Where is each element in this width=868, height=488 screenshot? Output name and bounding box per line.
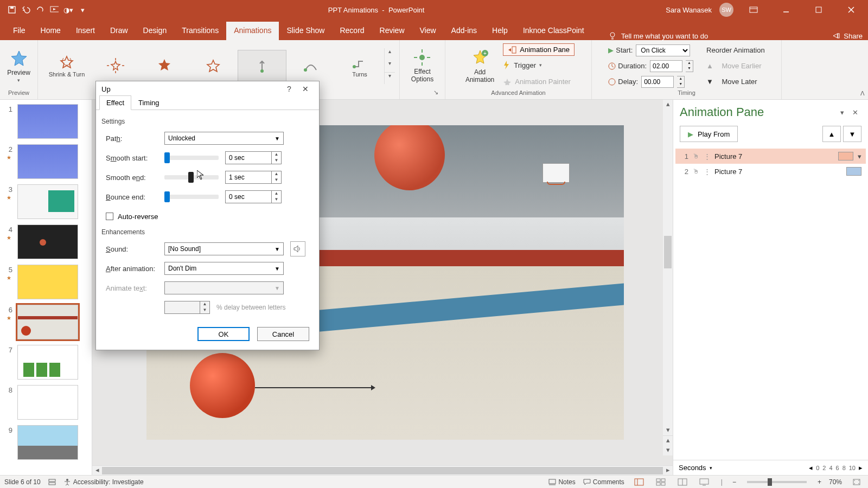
comments-button[interactable]: Comments: [583, 478, 624, 486]
fit-window-icon[interactable]: [850, 477, 864, 487]
tab-file[interactable]: File: [5, 22, 33, 40]
bounce-end-slider[interactable]: [164, 195, 219, 199]
prev-slide-icon[interactable]: ▴: [663, 436, 673, 446]
dialog-close-icon[interactable]: ✕: [297, 85, 314, 93]
timeline-right-icon[interactable]: ▸: [859, 464, 863, 472]
spinner-down-icon[interactable]: ▼: [272, 197, 281, 203]
touch-mouse-icon[interactable]: ◑▾: [64, 5, 73, 14]
animation-gallery-item[interactable]: Shrink & Turn: [42, 50, 91, 82]
animation-group-launcher[interactable]: ↘: [433, 89, 441, 97]
animation-list-item[interactable]: 2 🖱 ⋮ Picture 7: [675, 164, 866, 179]
slide-thumbnail[interactable]: [17, 385, 78, 420]
slide-thumbnail-active[interactable]: [17, 305, 78, 339]
pane-options-icon[interactable]: ▾: [835, 106, 848, 119]
scroll-right-icon[interactable]: ▸: [663, 466, 673, 475]
start-select[interactable]: On Click: [636, 44, 690, 56]
add-animation-button[interactable]: + Add Animation: [462, 47, 497, 86]
slideshow-view-icon[interactable]: [697, 477, 711, 487]
slide-thumbnail[interactable]: [17, 425, 78, 460]
smooth-start-spinner[interactable]: 0 sec▲▼: [225, 151, 282, 164]
scroll-down-icon[interactable]: ▾: [663, 426, 673, 435]
tab-view[interactable]: View: [412, 22, 444, 40]
spinner-down-icon[interactable]: ▼: [272, 158, 281, 164]
pane-close-icon[interactable]: ✕: [848, 106, 861, 119]
reading-view-icon[interactable]: [675, 477, 690, 487]
minimize-icon[interactable]: [774, 2, 799, 17]
vertical-scrollbar[interactable]: ▴ ▾ ▴▾: [663, 100, 673, 455]
tab-animations[interactable]: Animations: [226, 22, 279, 40]
seconds-label[interactable]: Seconds: [679, 464, 706, 472]
redo-icon[interactable]: [36, 5, 44, 14]
animation-pane-toggle[interactable]: Animation Pane: [503, 43, 575, 56]
from-beginning-icon[interactable]: [50, 5, 59, 14]
animation-gallery-item[interactable]: [189, 50, 238, 82]
animation-gallery-item[interactable]: Turns: [335, 50, 384, 82]
tab-transitions[interactable]: Transitions: [174, 22, 226, 40]
tab-slideshow[interactable]: Slide Show: [279, 22, 332, 40]
bounce-end-spinner[interactable]: 0 sec▲▼: [225, 190, 282, 203]
dialog-help-icon[interactable]: ?: [281, 85, 297, 93]
close-icon[interactable]: [839, 2, 864, 17]
collapse-ribbon-icon[interactable]: ᐱ: [860, 90, 865, 97]
scroll-up-icon[interactable]: ▴: [663, 100, 673, 110]
gallery-scroll[interactable]: ▴▾▾: [384, 48, 395, 84]
spinner-up-icon[interactable]: ▲: [272, 191, 281, 197]
accessibility-status[interactable]: Accessibility: Investigate: [63, 478, 144, 486]
slide-thumbnail[interactable]: [17, 345, 78, 380]
slide-thumbnail[interactable]: [17, 144, 78, 179]
slide-thumbnail[interactable]: [17, 265, 78, 299]
tab-design[interactable]: Design: [136, 22, 175, 40]
animation-gallery-item[interactable]: [91, 50, 140, 82]
tab-help[interactable]: Help: [484, 22, 515, 40]
slide-thumbnail[interactable]: [17, 184, 78, 219]
motion-path-handle[interactable]: [255, 387, 374, 388]
avatar[interactable]: SW: [719, 3, 733, 17]
spinner-down-icon[interactable]: ▼: [677, 82, 684, 87]
sound-dropdown[interactable]: [No Sound]▼: [164, 242, 284, 255]
notes-button[interactable]: Notes: [548, 478, 575, 486]
trigger-button[interactable]: Trigger ▾: [503, 58, 575, 72]
move-later-button[interactable]: ▼ Move Later: [706, 75, 765, 89]
duration-input[interactable]: [650, 60, 682, 72]
zoom-slider[interactable]: [747, 481, 807, 483]
path-dropdown[interactable]: Unlocked▼: [164, 132, 284, 145]
maximize-icon[interactable]: [806, 2, 831, 17]
animation-list-item-selected[interactable]: 1 🖱 ⋮ Picture 7 ▾: [675, 149, 866, 164]
timeline-left-icon[interactable]: ◂: [809, 464, 813, 472]
tab-home[interactable]: Home: [33, 22, 68, 40]
tab-insert[interactable]: Insert: [68, 22, 103, 40]
user-name[interactable]: Sara Wanasek: [666, 6, 712, 14]
item-dropdown-icon[interactable]: ▾: [858, 152, 861, 160]
tab-draw[interactable]: Draw: [103, 22, 136, 40]
animation-gallery-item[interactable]: [286, 50, 335, 82]
slide-counter[interactable]: Slide 6 of 10: [4, 478, 41, 486]
tab-record[interactable]: Record: [332, 22, 372, 40]
horizontal-scrollbar[interactable]: ◂ ▸: [92, 465, 673, 475]
tell-me-search[interactable]: Tell me what you want to do: [608, 31, 832, 40]
next-slide-icon[interactable]: ▾: [663, 446, 673, 455]
sorter-view-icon[interactable]: [654, 477, 668, 487]
basketball[interactable]: [190, 353, 255, 418]
auto-reverse-checkbox[interactable]: Auto-reverse: [106, 213, 158, 221]
move-up-button[interactable]: ▲: [822, 126, 841, 142]
spinner-down-icon[interactable]: ▼: [686, 66, 693, 72]
after-animation-dropdown[interactable]: Don't Dim▼: [164, 262, 284, 275]
ok-button[interactable]: OK: [197, 327, 250, 341]
slide-thumbnail[interactable]: [17, 104, 78, 139]
spinner-up-icon[interactable]: ▲: [272, 152, 281, 158]
share-button[interactable]: Share: [832, 31, 863, 40]
autosave-icon[interactable]: [8, 5, 16, 14]
zoom-out-icon[interactable]: −: [732, 478, 736, 486]
tab-classpoint[interactable]: Inknoe ClassPoint: [515, 22, 592, 40]
play-from-button[interactable]: ▶ Play From: [680, 126, 738, 142]
zoom-in-icon[interactable]: +: [818, 478, 821, 486]
smooth-end-spinner[interactable]: 1 sec▲▼: [225, 171, 282, 184]
spinner-up-icon[interactable]: ▲: [686, 61, 693, 66]
scroll-left-icon[interactable]: ◂: [92, 466, 102, 475]
sound-preview-button[interactable]: [290, 241, 305, 256]
preview-button[interactable]: Preview ▾: [4, 47, 34, 85]
spinner-up-icon[interactable]: ▲: [677, 76, 684, 82]
effect-options-button[interactable]: Effect Options: [408, 46, 437, 85]
spinner-down-icon[interactable]: ▼: [272, 177, 281, 183]
smooth-end-slider[interactable]: [164, 175, 219, 179]
